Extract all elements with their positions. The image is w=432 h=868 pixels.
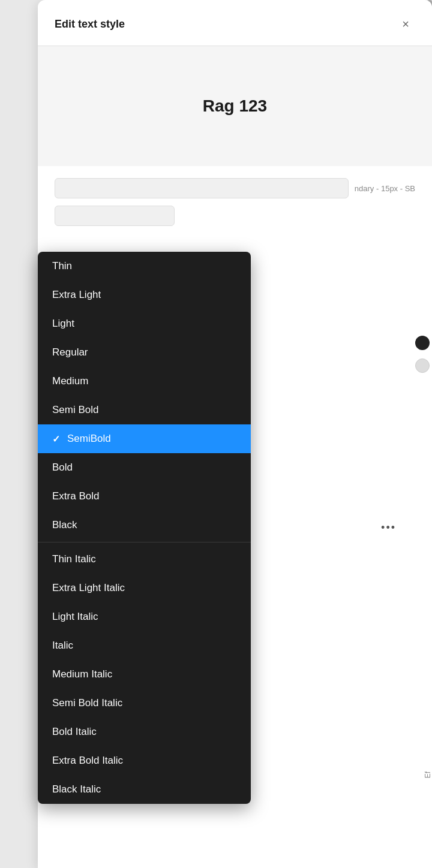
- color-swatch-light[interactable]: [415, 358, 430, 373]
- dropdown-item-extra-bold-italic[interactable]: Extra Bold Italic: [38, 746, 251, 775]
- bottom-label: Ef: [424, 771, 432, 778]
- dropdown-item-label: Thin Italic: [52, 553, 96, 565]
- close-button[interactable]: ×: [396, 14, 415, 34]
- preview-text: Rag 123: [203, 97, 267, 116]
- dropdown-item-extra-bold[interactable]: Extra Bold: [38, 482, 251, 511]
- dropdown-item-label: Black Italic: [52, 783, 101, 795]
- dropdown-item-label: Medium: [52, 375, 88, 387]
- color-swatch-dark[interactable]: [415, 336, 430, 350]
- more-options-button[interactable]: •••: [381, 522, 396, 534]
- dropdown-item-thin[interactable]: Thin: [38, 252, 251, 281]
- dropdown-item-label: Bold Italic: [52, 726, 97, 738]
- dropdown-item-bold[interactable]: Bold: [38, 453, 251, 482]
- checkmark-icon: ✓: [52, 433, 60, 445]
- dropdown-item-medium[interactable]: Medium: [38, 367, 251, 396]
- dropdown-item-semi-bold[interactable]: Semi Bold: [38, 396, 251, 424]
- field-row-1: ndary - 15px - SB: [55, 178, 415, 198]
- dropdown-item-label: Light: [52, 318, 74, 330]
- dropdown-item-extra-light[interactable]: Extra Light: [38, 281, 251, 309]
- preview-area: Rag 123: [38, 46, 432, 166]
- dropdown-item-label: Extra Light Italic: [52, 582, 125, 594]
- dropdown-item-label: Extra Light: [52, 289, 101, 301]
- dropdown-item-label: Medium Italic: [52, 668, 112, 680]
- dropdown-item-semibold-selected[interactable]: ✓ SemiBold: [38, 424, 251, 453]
- dropdown-item-italic[interactable]: Italic: [38, 631, 251, 660]
- dropdown-item-label: SemiBold: [67, 433, 111, 445]
- dropdown-item-light[interactable]: Light: [38, 309, 251, 338]
- dialog-title: Edit text style: [55, 18, 125, 31]
- dropdown-item-label: Bold: [52, 462, 73, 474]
- field-row-2: [55, 206, 415, 226]
- dropdown-item-label: Thin: [52, 260, 72, 272]
- dropdown-item-label: Italic: [52, 640, 73, 652]
- dropdown-item-label: Extra Bold: [52, 490, 99, 502]
- font-size-input[interactable]: [55, 206, 175, 226]
- dropdown-item-light-italic[interactable]: Light Italic: [38, 602, 251, 631]
- dropdown-item-label: Extra Bold Italic: [52, 755, 123, 767]
- fields-area: ndary - 15px - SB: [38, 166, 432, 238]
- dropdown-item-label: Light Italic: [52, 611, 98, 623]
- dropdown-item-label: Semi Bold Italic: [52, 697, 122, 709]
- dialog-header: Edit text style ×: [38, 0, 432, 46]
- dropdown-item-semi-bold-italic[interactable]: Semi Bold Italic: [38, 689, 251, 718]
- more-dots-icon: •••: [381, 522, 396, 534]
- field-suffix: ndary - 15px - SB: [355, 184, 415, 193]
- dropdown-item-black-italic[interactable]: Black Italic: [38, 775, 251, 804]
- dropdown-item-medium-italic[interactable]: Medium Italic: [38, 660, 251, 689]
- dropdown-item-extra-light-italic[interactable]: Extra Light Italic: [38, 574, 251, 602]
- dropdown-divider: [38, 542, 251, 542]
- dropdown-item-black[interactable]: Black: [38, 511, 251, 540]
- dropdown-item-label: Regular: [52, 346, 88, 358]
- dropdown-item-bold-italic[interactable]: Bold Italic: [38, 718, 251, 746]
- font-weight-dropdown: Thin Extra Light Light Regular Medium Se…: [38, 252, 251, 804]
- dropdown-item-label: Semi Bold: [52, 404, 98, 416]
- dropdown-item-label: Black: [52, 519, 77, 531]
- dropdown-item-regular[interactable]: Regular: [38, 338, 251, 367]
- style-name-input[interactable]: [55, 178, 349, 198]
- close-icon: ×: [402, 17, 409, 31]
- dropdown-item-thin-italic[interactable]: Thin Italic: [38, 545, 251, 574]
